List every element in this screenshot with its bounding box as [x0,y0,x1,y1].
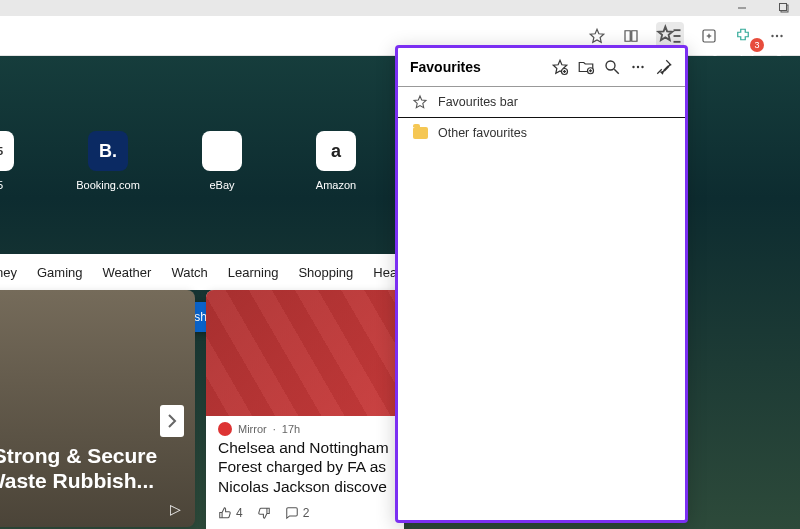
window-restore-button[interactable] [778,2,790,14]
pin-icon[interactable] [655,58,673,76]
source-logo-icon [218,422,232,436]
favourites-item-label: Favourites bar [438,95,518,109]
top-site-label: eBay [209,179,234,191]
top-site-label: Booking.com [76,179,140,191]
svg-point-13 [780,34,782,36]
feed-tab[interactable]: ney [0,265,17,280]
play-icon[interactable]: ▷ [170,501,181,517]
story-title: uff Strong & Secure nt Waste Rubbish... [0,443,167,493]
add-folder-icon[interactable] [577,58,595,76]
other-favourites-item[interactable]: Other favourites [398,118,685,148]
story-headline: Chelsea and Nottingham Forest charged by… [206,436,404,498]
svg-point-14 [777,51,782,56]
folder-icon [412,125,428,141]
more-icon[interactable] [768,27,786,45]
search-favourites-icon[interactable] [603,58,621,76]
feed-tab[interactable]: Weather [103,265,152,280]
svg-rect-2 [780,4,787,11]
add-favourite-icon[interactable] [551,58,569,76]
star-outline-icon [412,94,428,110]
top-site-label: Amazon [316,179,356,191]
top-site-amazon[interactable]: aAmazon [292,131,380,191]
svg-point-11 [771,34,773,36]
story-age: 17h [282,423,300,435]
svg-marker-4 [658,26,672,39]
top-site-booking[interactable]: B.Booking.com [64,131,152,191]
svg-point-24 [632,66,634,68]
thumbs-up-icon [218,506,232,520]
svg-point-22 [606,61,615,70]
feed-tab[interactable]: Learning [228,265,279,280]
favourites-panel-title: Favourites [410,59,543,75]
svg-marker-3 [590,29,604,42]
svg-marker-27 [414,96,426,108]
carousel-next-icon[interactable] [160,405,184,437]
top-site-label: 365 [0,179,3,191]
feed-tab[interactable]: Gaming [37,265,83,280]
window-minimize-button[interactable] [736,2,748,14]
comments-button[interactable]: 2 [285,506,310,520]
feed-tab[interactable]: Watch [171,265,207,280]
favourites-more-icon[interactable] [629,58,647,76]
dislike-button[interactable] [257,506,271,520]
extensions-icon[interactable] [734,27,752,45]
svg-line-23 [614,69,619,74]
thumbs-down-icon [257,506,271,520]
svg-point-25 [637,66,639,68]
favourites-bar-item[interactable]: Favourites bar [398,87,685,118]
story-card-1[interactable]: uff Strong & Secure nt Waste Rubbish... … [0,290,195,527]
story-source: Mirror [238,423,267,435]
collections-icon[interactable] [700,27,718,45]
like-button[interactable]: 4 [218,506,243,520]
feed-category-tabs: ney Gaming Weather Watch Learning Shoppi… [0,254,420,290]
top-site-ebay[interactable]: 🛍eBay [178,131,266,191]
story-thumbnail [206,290,404,416]
top-site-365[interactable]: 365365 [0,131,38,191]
svg-point-12 [776,34,778,36]
feed-tab[interactable]: Shopping [298,265,353,280]
book-icon[interactable] [622,27,640,45]
story-card-2[interactable]: Mirror · 17h Chelsea and Nottingham Fore… [206,290,404,529]
favourites-item-label: Other favourites [438,126,527,140]
svg-point-26 [641,66,643,68]
favourites-panel: Favourites Favourites bar Other favourit… [395,45,688,523]
comment-icon [285,506,299,520]
star-icon[interactable] [588,27,606,45]
